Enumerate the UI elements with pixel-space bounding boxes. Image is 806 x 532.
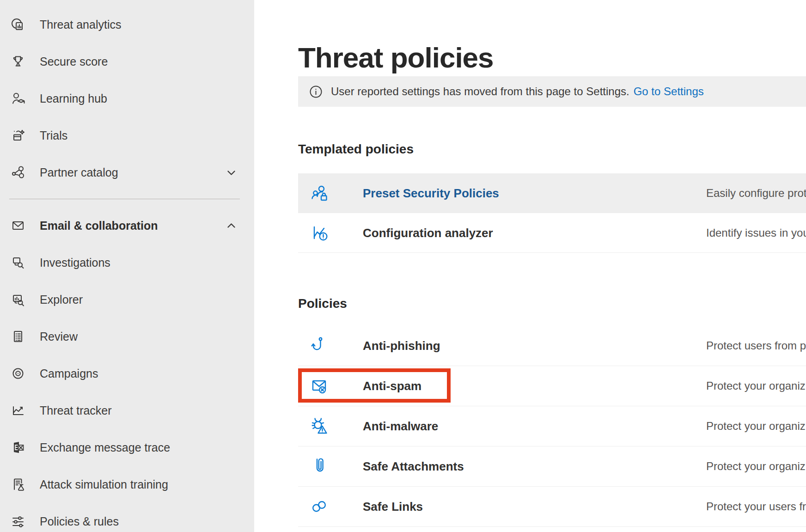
- chevron-down-icon[interactable]: [225, 166, 238, 179]
- exchange-message-trace-icon: [10, 440, 26, 455]
- email-collaboration-icon: [10, 218, 26, 233]
- sidebar-item-policies-rules[interactable]: Policies & rules: [0, 503, 254, 532]
- sidebar-item-attack-simulation-training[interactable]: Attack simulation training: [0, 466, 254, 503]
- page-title: Threat policies: [298, 43, 494, 73]
- anti-malware-icon: [310, 416, 330, 436]
- sidebar-nav: Threat analytics Secure score Learni: [0, 0, 254, 532]
- safe-attachments-icon: [310, 456, 330, 477]
- row-title[interactable]: Preset Security Policies: [363, 186, 499, 200]
- row-safe-attachments[interactable]: Safe Attachments Protect your organiz: [298, 446, 806, 487]
- sidebar-item-label: Trials: [40, 129, 67, 142]
- sidebar-item-label: Partner catalog: [40, 166, 118, 179]
- templated-policies-list: Preset Security Policies Easily configur…: [298, 173, 806, 253]
- policies-heading: Policies: [298, 296, 347, 311]
- row-preset-security-policies[interactable]: Preset Security Policies Easily configur…: [298, 173, 806, 213]
- info-icon: [310, 86, 322, 98]
- row-description: Easily configure prot: [706, 187, 806, 200]
- sidebar-item-email-collaboration[interactable]: Email & collaboration: [0, 207, 254, 244]
- sidebar-item-trials[interactable]: Trials: [0, 117, 254, 154]
- anti-spam-icon: [310, 376, 330, 396]
- row-title[interactable]: Safe Links: [363, 500, 423, 514]
- row-title[interactable]: Anti-spam: [363, 379, 421, 393]
- row-description: Protect your organiz: [706, 420, 806, 433]
- investigations-icon: [10, 255, 26, 270]
- row-title[interactable]: Configuration analyzer: [363, 226, 493, 240]
- row-configuration-analyzer[interactable]: Configuration analyzer Identify issues i…: [298, 213, 806, 253]
- row-anti-spam[interactable]: Anti-spam Protect your organiz: [298, 366, 806, 406]
- partner-catalog-icon: [10, 165, 26, 180]
- templated-policies-heading: Templated policies: [298, 142, 414, 157]
- configuration-analyzer-icon: [310, 223, 330, 243]
- threat-analytics-icon: [10, 17, 26, 32]
- policies-rules-icon: [10, 514, 26, 529]
- sidebar-item-label: Exchange message trace: [40, 441, 170, 454]
- sidebar-item-review[interactable]: Review: [0, 318, 254, 355]
- row-anti-malware[interactable]: Anti-malware Protect your organiz: [298, 406, 806, 446]
- info-banner: User reported settings has moved from th…: [298, 76, 806, 107]
- sidebar-item-explorer[interactable]: Explorer: [0, 281, 254, 318]
- sidebar-item-label: Email & collaboration: [40, 219, 158, 232]
- chevron-up-icon[interactable]: [225, 220, 238, 232]
- row-description: Protect your organiz: [706, 460, 806, 473]
- row-description: Identify issues in you: [706, 226, 806, 239]
- sidebar-item-investigations[interactable]: Investigations: [0, 244, 254, 281]
- sidebar: Threat analytics Secure score Learni: [0, 0, 254, 532]
- learning-hub-icon: [10, 91, 26, 106]
- sidebar-item-label: Threat analytics: [40, 18, 121, 31]
- sidebar-item-partner-catalog[interactable]: Partner catalog: [0, 154, 254, 191]
- sidebar-item-label: Threat tracker: [40, 404, 112, 417]
- sidebar-item-label: Investigations: [40, 256, 110, 269]
- attack-simulation-training-icon: [10, 477, 26, 492]
- banner-message: User reported settings has moved from th…: [331, 85, 629, 98]
- sidebar-item-label: Learning hub: [40, 92, 107, 105]
- sidebar-item-secure-score[interactable]: Secure score: [0, 43, 254, 80]
- row-title[interactable]: Anti-malware: [363, 419, 438, 434]
- row-description: Protect your organiz: [706, 379, 806, 392]
- sidebar-item-label: Review: [40, 330, 78, 343]
- sidebar-item-label: Policies & rules: [40, 515, 119, 528]
- row-description: Protect your users fr: [706, 500, 806, 513]
- row-anti-phishing[interactable]: Anti-phishing Protect users from p: [298, 326, 806, 366]
- sidebar-divider: [9, 199, 240, 199]
- go-to-settings-link[interactable]: Go to Settings: [634, 85, 704, 98]
- sidebar-item-learning-hub[interactable]: Learning hub: [0, 80, 254, 117]
- safe-links-icon: [310, 496, 330, 517]
- sidebar-item-label: Explorer: [40, 293, 83, 306]
- review-icon: [10, 329, 26, 344]
- trials-icon: [10, 128, 26, 143]
- campaigns-icon: [10, 366, 26, 381]
- sidebar-item-label: Campaigns: [40, 367, 98, 380]
- row-title[interactable]: Safe Attachments: [363, 459, 464, 474]
- sidebar-item-label: Attack simulation training: [40, 478, 168, 491]
- row-safe-links[interactable]: Safe Links Protect your users fr: [298, 487, 806, 527]
- row-description: Protect users from p: [706, 339, 806, 352]
- policies-list: Anti-phishing Protect users from p Anti-…: [298, 326, 806, 527]
- explorer-icon: [10, 292, 26, 307]
- secure-score-icon: [10, 54, 26, 69]
- sidebar-item-threat-tracker[interactable]: Threat tracker: [0, 392, 254, 429]
- sidebar-item-exchange-message-trace[interactable]: Exchange message trace: [0, 429, 254, 466]
- sidebar-item-campaigns[interactable]: Campaigns: [0, 355, 254, 392]
- row-title[interactable]: Anti-phishing: [363, 339, 440, 353]
- anti-phishing-icon: [310, 336, 330, 356]
- sidebar-item-threat-analytics[interactable]: Threat analytics: [0, 6, 254, 43]
- sidebar-item-label: Secure score: [40, 55, 108, 68]
- preset-security-policies-icon: [310, 183, 330, 203]
- threat-tracker-icon: [10, 403, 26, 418]
